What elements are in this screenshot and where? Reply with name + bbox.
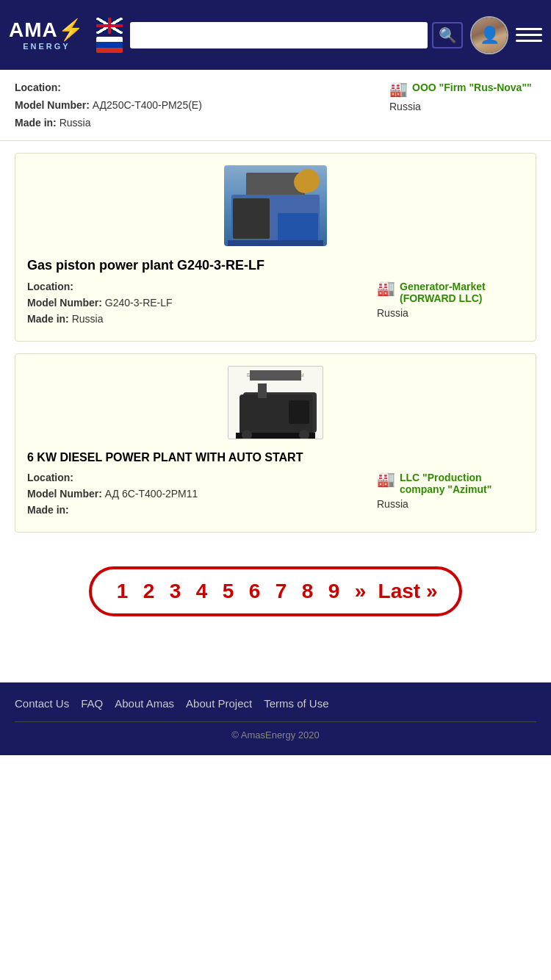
- search-input[interactable]: [130, 22, 428, 48]
- product-details-right-gas: 🏭 Generator-Market (FORWARD LLC) Russia: [377, 281, 524, 329]
- supplier-country-diesel: Russia: [377, 498, 408, 510]
- footer-divider: [15, 721, 536, 722]
- menu-line-1: [516, 28, 542, 30]
- made-label-gas: Made in:: [27, 313, 69, 325]
- location-row: Location:: [15, 82, 382, 93]
- supplier-icon-diesel: 🏭: [377, 470, 395, 488]
- product-card-diesel: БЕНЗОГЕНЕРАТОРЫ 6 KW DIESEL POWER PLANT …: [15, 353, 536, 533]
- location-label-diesel: Location:: [27, 472, 73, 483]
- spacer: [0, 638, 551, 682]
- model-value: АД250С-Т400-РМ25(Е): [93, 99, 202, 111]
- page-6[interactable]: 6: [246, 580, 264, 603]
- supplier-name-text-gas: Generator-Market (FORWARD LLC): [400, 281, 524, 304]
- supplier-country-gas: Russia: [377, 307, 408, 319]
- location-row-diesel: Location:: [27, 472, 370, 483]
- supplier-name-gas[interactable]: 🏭 Generator-Market (FORWARD LLC): [377, 281, 524, 304]
- made-label-diesel: Made in:: [27, 504, 69, 516]
- flag-uk[interactable]: [96, 18, 123, 34]
- footer-copyright: © AmasEnergy 2020: [15, 729, 536, 741]
- page-3[interactable]: 3: [167, 580, 184, 603]
- product-details-left-diesel: Location: Model Number: АД 6С-Т400-2РМ11…: [27, 472, 370, 520]
- logo-text: AMA⚡: [9, 20, 84, 40]
- product-image-container-diesel[interactable]: БЕНЗОГЕНЕРАТОРЫ: [27, 366, 524, 442]
- location-row-gas: Location:: [27, 281, 370, 292]
- page-1[interactable]: 1: [114, 580, 132, 603]
- product-details-gas: Location: Model Number: G240-3-RE-LF Mad…: [27, 281, 524, 329]
- model-row-diesel: Model Number: АД 6С-Т400-2РМ11: [27, 488, 370, 500]
- language-flags: [96, 18, 123, 53]
- supplier-country: Russia: [389, 101, 421, 112]
- footer-about-project[interactable]: About Project: [186, 697, 252, 710]
- pagination-oval: 1 2 3 4 5 6 7 8 9 » Last »: [89, 566, 463, 616]
- search-button[interactable]: 🔍: [432, 22, 463, 48]
- product-details-left-gas: Location: Model Number: G240-3-RE-LF Mad…: [27, 281, 370, 329]
- supplier-name-text: ООО "Firm "Rus-Nova"": [412, 82, 532, 93]
- product-details-diesel: Location: Model Number: АД 6С-Т400-2РМ11…: [27, 472, 524, 520]
- footer-about-amas[interactable]: About Amas: [115, 697, 174, 710]
- flag-russia[interactable]: [96, 37, 123, 53]
- menu-line-3: [516, 40, 542, 42]
- made-row-diesel: Made in:: [27, 504, 370, 516]
- made-value-gas: Russia: [72, 313, 104, 325]
- user-photo: 👤: [472, 18, 507, 53]
- location-label-gas: Location:: [27, 281, 73, 292]
- location-label: Location:: [15, 82, 61, 93]
- model-value-gas: G240-3-RE-LF: [105, 297, 173, 309]
- product-image-gas: [224, 165, 327, 246]
- made-value: Russia: [60, 117, 91, 129]
- footer-contact-us[interactable]: Contact Us: [15, 697, 69, 710]
- product-partial-details-right: 🏭 ООО "Firm "Rus-Nova"" Russia: [389, 82, 536, 134]
- footer-terms-of-use[interactable]: Terms of Use: [264, 697, 328, 710]
- made-label: Made in:: [15, 117, 57, 129]
- page-9[interactable]: 9: [325, 580, 343, 603]
- menu-line-2: [516, 34, 542, 36]
- pagination: 1 2 3 4 5 6 7 8 9 » Last »: [0, 544, 551, 638]
- made-row-gas: Made in: Russia: [27, 313, 370, 325]
- product-card-partial: Location: Model Number: АД250С-Т400-РМ25…: [0, 70, 551, 141]
- page-2[interactable]: 2: [140, 580, 158, 603]
- supplier-name[interactable]: 🏭 ООО "Firm "Rus-Nova"": [389, 82, 532, 98]
- product-image-container[interactable]: [27, 165, 524, 249]
- page-5[interactable]: 5: [220, 580, 237, 603]
- page-4[interactable]: 4: [193, 580, 211, 603]
- supplier-icon: 🏭: [389, 80, 408, 98]
- product-details-right-diesel: 🏭 LLC "Production company "Azimut" Russi…: [377, 472, 524, 520]
- footer-faq[interactable]: FAQ: [81, 697, 103, 710]
- logo[interactable]: AMA⚡ ENERGY: [9, 20, 84, 51]
- page-8[interactable]: 8: [299, 580, 317, 603]
- search-area: 🔍: [130, 22, 463, 48]
- supplier-icon-gas: 🏭: [377, 279, 395, 297]
- model-value-diesel: АД 6С-Т400-2РМ11: [105, 488, 198, 500]
- product-card-gas-piston: Gas piston power plant G240-3-RE-LF Loca…: [15, 153, 536, 342]
- site-footer: Contact Us FAQ About Amas About Project …: [0, 682, 551, 755]
- avatar[interactable]: 👤: [470, 16, 508, 54]
- supplier-name-text-diesel: LLC "Production company "Azimut": [400, 472, 524, 495]
- product-title-gas[interactable]: Gas piston power plant G240-3-RE-LF: [27, 258, 524, 273]
- site-header: AMA⚡ ENERGY 🔍 👤: [0, 0, 551, 70]
- main-content: Location: Model Number: АД250С-Т400-РМ25…: [0, 70, 551, 682]
- model-label-gas: Model Number:: [27, 297, 102, 309]
- product-image-diesel: БЕНЗОГЕНЕРАТОРЫ: [228, 366, 323, 439]
- lightning-icon: ⚡: [58, 18, 84, 41]
- logo-sub: ENERGY: [23, 42, 70, 51]
- model-row: Model Number: АД250С-Т400-РМ25(Е): [15, 99, 382, 111]
- hamburger-menu-button[interactable]: [516, 22, 542, 48]
- supplier-name-diesel[interactable]: 🏭 LLC "Production company "Azimut": [377, 472, 524, 495]
- page-next[interactable]: »: [352, 580, 370, 603]
- model-label-diesel: Model Number:: [27, 488, 102, 500]
- model-label: Model Number:: [15, 99, 90, 111]
- search-icon: 🔍: [439, 26, 457, 44]
- brand-watermark: БЕНЗОГЕНЕРАТОРЫ: [247, 372, 304, 378]
- page-last[interactable]: Last »: [378, 580, 438, 603]
- model-row-gas: Model Number: G240-3-RE-LF: [27, 297, 370, 309]
- made-row: Made in: Russia: [15, 117, 382, 129]
- footer-nav: Contact Us FAQ About Amas About Project …: [15, 697, 536, 710]
- product-partial-details-left: Location: Model Number: АД250С-Т400-РМ25…: [15, 82, 382, 134]
- product-title-diesel[interactable]: 6 KW DIESEL POWER PLANT WITH AUTO START: [27, 451, 524, 464]
- page-7[interactable]: 7: [273, 580, 290, 603]
